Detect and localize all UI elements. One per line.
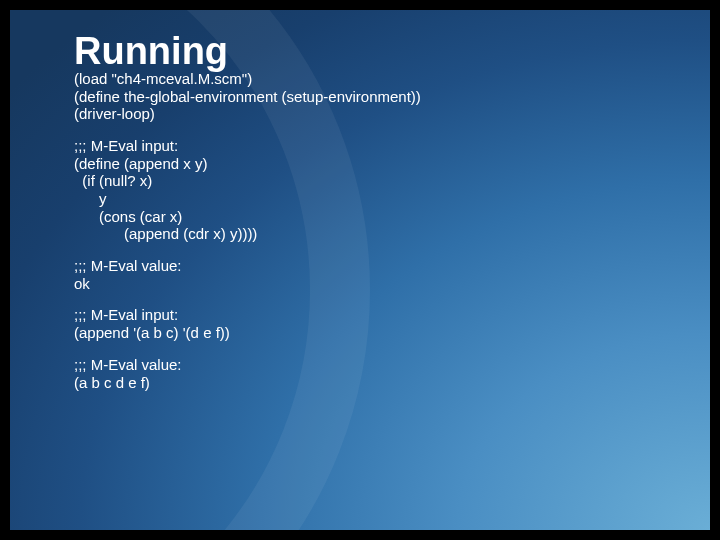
spacer (74, 342, 670, 356)
slide: Running (load "ch4-mceval.M.scm") (defin… (10, 10, 710, 530)
code-block-input-append: ;;; M-Eval input: (append '(a b c) '(d e… (74, 306, 670, 341)
slide-viewport: Running (load "ch4-mceval.M.scm") (defin… (0, 0, 720, 540)
code-block-load: (load "ch4-mceval.M.scm") (define the-gl… (74, 70, 670, 123)
spacer (74, 292, 670, 306)
code-block-value-ok: ;;; M-Eval value: ok (74, 257, 670, 292)
spacer (74, 243, 670, 257)
code-block-value-result: ;;; M-Eval value: (a b c d e f) (74, 356, 670, 391)
code-block-input-define: ;;; M-Eval input: (define (append x y) (… (74, 137, 670, 243)
spacer (74, 123, 670, 137)
slide-title: Running (74, 32, 670, 72)
slide-content: Running (load "ch4-mceval.M.scm") (defin… (74, 32, 670, 391)
